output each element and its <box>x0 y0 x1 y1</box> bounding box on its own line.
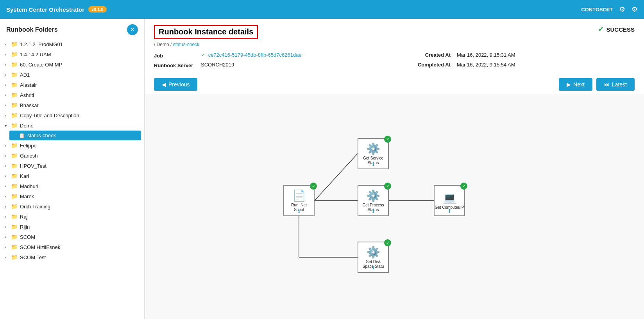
breadcrumb-root: Demo <box>157 42 169 47</box>
tree-item-demo: ▾ 📁 Demo 📋 status-check <box>0 120 144 140</box>
tree-item-label: Bhaskar <box>20 102 39 108</box>
tree-item-felippe[interactable]: › 📁 Felippe <box>0 140 144 151</box>
folder-icon: 📁 <box>11 82 18 88</box>
gear-settings-icon[interactable]: ⚙ <box>619 5 625 14</box>
next-label: Next <box>573 81 585 88</box>
folder-icon: 📁 <box>11 224 18 230</box>
tree-item-label: SCOM HizliEsnek <box>20 244 60 250</box>
header-left: System Center Orchestrator v0.1.0 <box>6 6 107 13</box>
tree-item-label: Ganesh <box>20 153 38 159</box>
folder-icon: 📁 <box>11 102 18 108</box>
svg-line-0 <box>315 154 358 201</box>
tree-item-ganesh[interactable]: › 📁 Ganesh <box>0 151 144 161</box>
get-computer-icon: 💻 <box>443 192 456 204</box>
folder-icon: 📁 <box>11 51 18 57</box>
node-get-disk-space[interactable]: ✓ ⚙️ Get DiskSpace Statu ℹ <box>358 242 389 273</box>
tree-item-ad1[interactable]: › 📁 AD1 <box>0 70 144 80</box>
status-text: SUCCESS <box>606 26 635 33</box>
workflow-connections <box>145 95 644 319</box>
sidebar-close-button[interactable]: × <box>127 24 138 35</box>
created-at-label: Created At <box>379 52 457 58</box>
chevron-right-icon: › <box>5 214 11 219</box>
tree-item-label: Raj <box>20 214 28 220</box>
tree-item-label: Rijin <box>20 224 30 230</box>
tree-item-scomtest[interactable]: › 📁 SCOM Test <box>0 252 144 262</box>
node-disk-success-icon: ✓ <box>384 239 391 246</box>
tree-item-label: Ashriti <box>20 92 34 98</box>
tree-item-raj[interactable]: › 📁 Raj <box>0 211 144 222</box>
gear-config-icon[interactable]: ⚙ <box>631 5 638 14</box>
tree-item-copytitle[interactable]: › 📁 Copy Title and Description <box>0 110 144 120</box>
tree-item-alastair[interactable]: › 📁 Alastair <box>0 80 144 90</box>
tree-item-scomhizli[interactable]: › 📁 SCOM HizliEsnek <box>0 242 144 252</box>
folder-icon: 📁 <box>11 152 18 159</box>
job-id-link[interactable]: ce72c416-5179-45db-8ffb-65d7c6261dae <box>208 52 302 58</box>
previous-button[interactable]: ◀ Previous <box>154 78 197 91</box>
chevron-right-icon: › <box>5 52 11 57</box>
tree-item-bhaskar[interactable]: › 📁 Bhaskar <box>0 100 144 110</box>
chevron-right-icon: › <box>5 82 11 87</box>
node-get-service-status[interactable]: ✓ ⚙️ Get ServiceStatus ℹ <box>358 138 389 169</box>
folder-open-icon: 📁 <box>11 122 18 129</box>
tree-item-1212[interactable]: › 📁 1.2.1.2_ProdMG01 <box>0 39 144 49</box>
node-process-success-icon: ✓ <box>384 183 391 190</box>
status-badge: ✓ SUCCESS <box>598 25 635 34</box>
get-computer-info-icon: ℹ <box>449 208 451 214</box>
next-icon: ▶ <box>567 81 571 88</box>
file-icon: 📋 <box>19 133 25 138</box>
latest-button[interactable]: ⏭ Latest <box>596 78 635 91</box>
tree-item-marek[interactable]: › 📁 Marek <box>0 191 144 201</box>
tree-item-hpov_test[interactable]: › 📁 HPOV_Test <box>0 161 144 171</box>
tree-item-rijin[interactable]: › 📁 Rijin <box>0 222 144 232</box>
chevron-right-icon: › <box>5 153 11 158</box>
header-user: CONTOSO\IT <box>581 7 613 13</box>
breadcrumb-child[interactable]: status-check <box>173 42 199 47</box>
tree-item-60create[interactable]: › 📁 60. Create OM MP <box>0 59 144 70</box>
tree-item-orchtraining[interactable]: › 📁 Orch Training <box>0 201 144 211</box>
tree-item-status-check[interactable]: 📋 status-check <box>9 131 141 140</box>
page-title: Runbook Instance details <box>154 25 258 39</box>
created-at-value: Mar 16, 2022, 9:15:31 AM <box>457 52 635 58</box>
node-get-process-status[interactable]: ✓ ⚙️ Get ProcessStatus ℹ <box>358 185 389 216</box>
folder-icon: 📁 <box>11 92 18 98</box>
tree-item-madhuri[interactable]: › 📁 Madhuri <box>0 181 144 191</box>
job-value: ✓ ce72c416-5179-45db-8ffb-65d7c6261dae <box>201 52 379 58</box>
previous-label: Previous <box>168 81 190 88</box>
folder-icon: 📁 <box>11 203 18 210</box>
tree-item-label: 1.4.14.2 UAM <box>20 52 51 57</box>
tree-item-demo-row[interactable]: ▾ 📁 Demo <box>0 120 144 131</box>
job-label: Job <box>154 52 201 59</box>
runbook-server-label: Runbook Server <box>154 62 201 69</box>
sidebar-scroll: › 📁 1.2.1.2_ProdMG01 › 📁 1.4.14.2 UAM › … <box>0 39 144 319</box>
header-right: CONTOSO\IT ⚙ ⚙ <box>581 5 638 14</box>
chevron-right-icon: › <box>5 42 11 47</box>
node-success-icon: ✓ <box>310 183 317 190</box>
tree-item-label: SCOM Test <box>20 254 46 260</box>
folder-icon: 📁 <box>11 112 18 118</box>
chevron-right-icon: › <box>5 62 11 67</box>
tree-item-ashriti[interactable]: › 📁 Ashriti <box>0 90 144 100</box>
node-get-computer-ip[interactable]: ✓ 💻 Get Computer/IP ℹ <box>434 185 465 216</box>
nav-bar: ◀ Previous ▶ Next ⏭ Latest <box>145 74 644 95</box>
folder-icon: 📁 <box>11 254 18 260</box>
get-service-icon: ⚙️ <box>367 142 380 155</box>
tree-item-label: Madhuri <box>20 183 38 189</box>
folder-icon: 📁 <box>11 244 18 250</box>
breadcrumb: / Demo / status-check <box>154 42 635 47</box>
chevron-right-icon: › <box>5 72 11 77</box>
tree-item-karl[interactable]: › 📁 Karl <box>0 171 144 181</box>
node-run-net-script[interactable]: ✓ 📄 Run .NetScript ℹ <box>283 185 315 216</box>
next-button[interactable]: ▶ Next <box>559 78 592 91</box>
app-header: System Center Orchestrator v0.1.0 CONTOS… <box>0 0 644 19</box>
tree-item-1414[interactable]: › 📁 1.4.14.2 UAM <box>0 49 144 59</box>
run-net-icon: 📄 <box>292 189 306 202</box>
tree-item-label: Alastair <box>20 82 37 88</box>
tree-item-scom[interactable]: › 📁 SCOM <box>0 232 144 242</box>
folder-icon: 📁 <box>11 41 18 47</box>
folder-icon: 📁 <box>11 173 18 179</box>
details-top: Runbook Instance details ✓ SUCCESS <box>154 25 635 39</box>
details-panel: Runbook Instance details ✓ SUCCESS / Dem… <box>145 19 644 74</box>
nav-right: ▶ Next ⏭ Latest <box>559 78 635 91</box>
chevron-right-icon: › <box>5 184 11 188</box>
tree-item-label: SCOM <box>20 234 35 240</box>
